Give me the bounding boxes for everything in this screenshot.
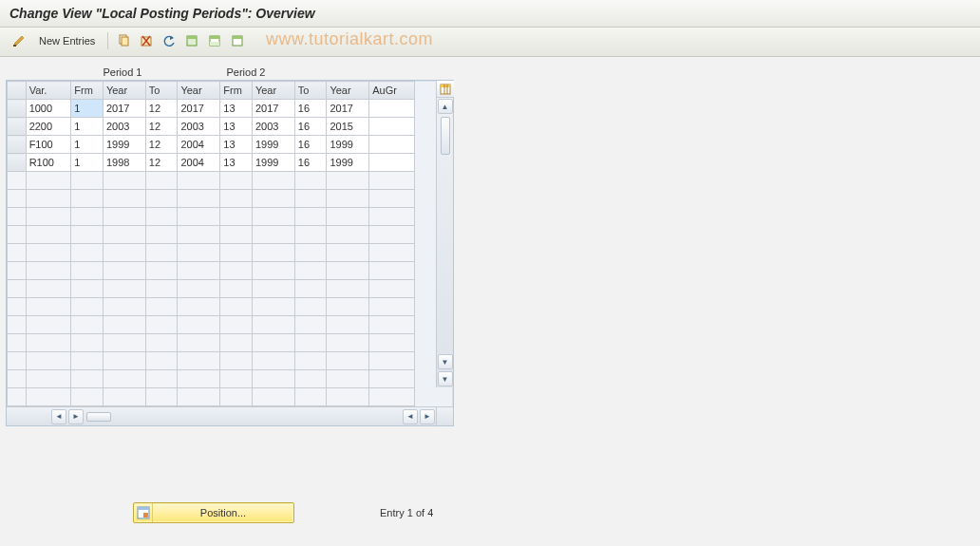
cell-frm1[interactable]: 1 (71, 118, 104, 136)
cell-to2[interactable] (294, 334, 327, 352)
cell-frm2[interactable] (220, 370, 253, 388)
scroll-down-icon[interactable]: ▼ (438, 354, 453, 369)
cell-year1[interactable]: 2017 (103, 100, 145, 118)
cell-to1[interactable]: 12 (145, 154, 178, 172)
cell-frm1[interactable] (71, 352, 104, 370)
cell-to1[interactable] (145, 388, 178, 406)
cell-year1[interactable] (103, 298, 145, 316)
cell-var[interactable]: 1000 (26, 100, 71, 118)
cell-var[interactable] (26, 262, 71, 280)
cell-to2[interactable]: 16 (294, 136, 327, 154)
cell-frm2[interactable] (220, 352, 253, 370)
cell-var[interactable] (26, 370, 71, 388)
cell-var[interactable]: R100 (26, 154, 71, 172)
cell-year1[interactable]: 1998 (103, 154, 145, 172)
cell-augr[interactable] (369, 280, 415, 298)
cell-to2[interactable] (294, 316, 327, 334)
table-row[interactable] (8, 208, 415, 226)
cell-year3[interactable] (252, 262, 294, 280)
cell-var[interactable] (26, 244, 71, 262)
cell-augr[interactable] (369, 298, 415, 316)
cell-year1[interactable] (103, 190, 145, 208)
cell-year3[interactable]: 2003 (252, 118, 294, 136)
col-to1[interactable]: To (145, 82, 178, 100)
cell-year2[interactable] (178, 226, 220, 244)
cell-frm1[interactable] (71, 208, 104, 226)
cell-year4[interactable] (327, 226, 369, 244)
cell-year3[interactable] (252, 352, 294, 370)
cell-frm1[interactable] (71, 370, 104, 388)
cell-frm2[interactable]: 13 (220, 118, 253, 136)
row-selector[interactable] (8, 172, 27, 190)
cell-year4[interactable] (327, 172, 369, 190)
cell-to1[interactable] (145, 298, 178, 316)
table-row[interactable]: F10011999122004131999161999 (8, 136, 415, 154)
cell-year2[interactable] (178, 316, 220, 334)
cell-to1[interactable] (145, 370, 178, 388)
cell-frm2[interactable] (220, 172, 253, 190)
row-selector[interactable] (8, 226, 27, 244)
undo-change-icon[interactable] (160, 31, 179, 50)
cell-augr[interactable] (369, 118, 415, 136)
cell-year4[interactable] (327, 208, 369, 226)
cell-year4[interactable]: 1999 (327, 154, 369, 172)
cell-year3[interactable] (252, 370, 294, 388)
cell-augr[interactable] (369, 334, 415, 352)
select-block-icon[interactable] (205, 31, 224, 50)
row-selector[interactable] (8, 370, 27, 388)
cell-frm2[interactable]: 13 (220, 154, 253, 172)
cell-to1[interactable] (145, 190, 178, 208)
position-button[interactable]: Position... (133, 502, 294, 523)
cell-year4[interactable]: 2015 (327, 118, 369, 136)
table-row[interactable] (8, 280, 415, 298)
table-row[interactable] (8, 262, 415, 280)
cell-to1[interactable] (145, 316, 178, 334)
cell-frm1[interactable] (71, 298, 104, 316)
cell-year1[interactable]: 2003 (103, 118, 145, 136)
cell-year2[interactable] (178, 190, 220, 208)
cell-to2[interactable] (294, 388, 327, 406)
cell-year1[interactable] (103, 262, 145, 280)
cell-year1[interactable] (103, 370, 145, 388)
cell-var[interactable] (26, 316, 71, 334)
cell-frm2[interactable] (220, 190, 253, 208)
cell-year3[interactable] (252, 190, 294, 208)
cell-to2[interactable] (294, 226, 327, 244)
cell-to2[interactable] (294, 262, 327, 280)
cell-var[interactable] (26, 208, 71, 226)
cell-frm1[interactable] (71, 226, 104, 244)
row-selector-header[interactable] (8, 82, 27, 100)
cell-year3[interactable]: 2017 (252, 100, 294, 118)
cell-augr[interactable] (369, 136, 415, 154)
horizontal-scrollbar[interactable]: ◄ ► ◄ ► (7, 406, 453, 425)
col-frm2[interactable]: Frm (220, 82, 253, 100)
cell-year1[interactable]: 1999 (103, 136, 145, 154)
cell-var[interactable] (26, 280, 71, 298)
row-selector[interactable] (8, 244, 27, 262)
deselect-all-icon[interactable] (228, 31, 247, 50)
table-row[interactable] (8, 190, 415, 208)
cell-year3[interactable] (252, 172, 294, 190)
cell-year2[interactable]: 2003 (178, 118, 220, 136)
select-all-icon[interactable] (182, 31, 201, 50)
row-selector[interactable] (8, 100, 27, 118)
table-row[interactable] (8, 388, 415, 406)
cell-to1[interactable] (145, 172, 178, 190)
row-selector[interactable] (8, 190, 27, 208)
cell-frm1[interactable] (71, 190, 104, 208)
cell-year2[interactable]: 2004 (178, 136, 220, 154)
row-selector[interactable] (8, 298, 27, 316)
cell-year2[interactable] (178, 172, 220, 190)
cell-year1[interactable] (103, 226, 145, 244)
cell-to2[interactable] (294, 208, 327, 226)
cell-frm1[interactable] (71, 334, 104, 352)
table-row[interactable] (8, 352, 415, 370)
table-row[interactable] (8, 334, 415, 352)
cell-year1[interactable] (103, 352, 145, 370)
scroll-left-icon[interactable]: ◄ (51, 409, 66, 424)
cell-to1[interactable] (145, 244, 178, 262)
cell-var[interactable] (26, 226, 71, 244)
cell-frm2[interactable] (220, 298, 253, 316)
cell-frm2[interactable] (220, 262, 253, 280)
vertical-scrollbar[interactable]: ▲ ▼ ▼ (436, 81, 453, 387)
